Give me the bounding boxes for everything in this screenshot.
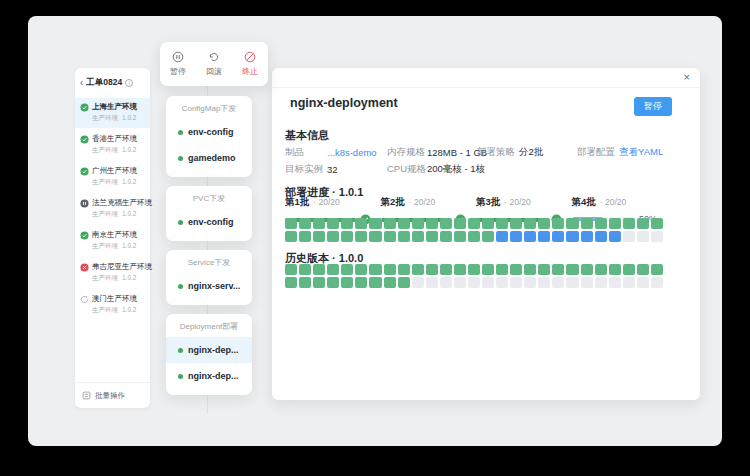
stage-resource-item[interactable]: env-config	[166, 119, 252, 145]
pause-circle-icon	[172, 51, 184, 63]
instance-square	[440, 277, 452, 288]
instance-square	[623, 277, 635, 288]
rollback-label: 回滚	[206, 66, 222, 77]
instance-square	[454, 264, 466, 275]
environment-meta: 生产环境1.0.2	[92, 114, 145, 123]
instance-square	[299, 231, 311, 242]
batch-label: 第3批	[476, 196, 500, 209]
instance-square	[651, 231, 663, 242]
pause-button[interactable]: 暂停	[160, 42, 196, 86]
environment-name: 南京生产环境	[92, 230, 137, 240]
instance-square	[637, 218, 649, 229]
field-label: 制品	[285, 146, 327, 159]
field-label: 目标实例	[285, 163, 327, 176]
sidebar-item-environment[interactable]: 弗吉尼亚生产环境 生产环境1.0.2	[75, 258, 150, 288]
batch-label: 第1批	[285, 196, 309, 209]
instance-square	[412, 218, 424, 229]
instance-square	[355, 277, 367, 288]
instance-square	[510, 218, 522, 229]
environment-meta: 生产环境1.0.2	[92, 210, 145, 219]
status-dot-icon	[178, 220, 183, 225]
instance-square	[496, 218, 508, 229]
terminate-button[interactable]: 终止	[232, 42, 268, 86]
resource-name: env-config	[188, 127, 234, 137]
sidebar-item-environment[interactable]: 香港生产环境 生产环境1.0.2	[75, 130, 150, 160]
instance-square	[355, 231, 367, 242]
instance-square	[341, 218, 353, 229]
batch-label: 第4批	[572, 196, 596, 209]
instance-square	[637, 231, 649, 242]
stage-resource-item[interactable]: gamedemo	[166, 145, 252, 171]
close-icon[interactable]: ×	[684, 71, 690, 83]
instance-square	[369, 264, 381, 275]
batch-operations-label: 批量操作	[95, 391, 125, 401]
instance-square	[384, 218, 396, 229]
environment-name: 澳门生产环境	[92, 294, 137, 304]
environment-sidebar: ‹ 工单0824 i 上海生产环境 生产环境1.0.2 香港生产环境 生产环境1…	[75, 68, 150, 408]
field-value: 200毫核 - 1核	[427, 163, 485, 176]
instance-square	[468, 264, 480, 275]
status-dot-icon	[178, 348, 183, 353]
back-chevron-icon[interactable]: ‹	[80, 78, 83, 88]
stage-resource-item[interactable]: nginx-serv...	[166, 273, 252, 299]
environment-meta: 生产环境1.0.2	[92, 146, 145, 155]
instance-square	[482, 277, 494, 288]
instance-square	[468, 231, 480, 242]
instance-square	[510, 264, 522, 275]
field-value-link[interactable]: 查看YAML	[619, 146, 663, 159]
info-field: 制品 ...k8s-demo	[285, 146, 387, 159]
terminate-label: 终止	[242, 66, 258, 77]
pipeline-stage-card: Service下发 nginx-serv...	[166, 250, 252, 305]
instance-square	[581, 231, 593, 242]
instance-square	[440, 218, 452, 229]
instance-grid-current	[285, 218, 663, 242]
resource-name: nginx-serv...	[188, 281, 240, 291]
field-value-link[interactable]: ...k8s-demo	[327, 147, 377, 158]
stage-resource-item[interactable]: nginx-dep...	[166, 363, 252, 389]
instance-square	[524, 218, 536, 229]
batch-label: 第2批	[381, 196, 405, 209]
instance-square	[426, 277, 438, 288]
instance-square	[285, 218, 297, 229]
resource-name: env-config	[188, 217, 234, 227]
field-label: 部署策略	[477, 146, 519, 159]
instance-square	[369, 218, 381, 229]
sidebar-item-environment[interactable]: 上海生产环境 生产环境1.0.2	[75, 98, 150, 128]
status-success-icon	[80, 103, 89, 112]
instance-square	[384, 277, 396, 288]
instance-square	[369, 231, 381, 242]
instance-square	[651, 277, 663, 288]
instance-square	[341, 277, 353, 288]
info-icon[interactable]: i	[125, 79, 133, 87]
pause-label: 暂停	[170, 66, 186, 77]
instance-square	[552, 218, 564, 229]
rollback-button[interactable]: 回滚	[196, 42, 232, 86]
instance-square	[327, 264, 339, 275]
sidebar-item-environment[interactable]: 广州生产环境 生产环境1.0.2	[75, 162, 150, 192]
instance-square	[538, 218, 550, 229]
instance-square	[566, 277, 578, 288]
status-dot-icon	[178, 130, 183, 135]
sidebar-item-environment[interactable]: 法兰克福生产环境 生产环境1.0.2	[75, 194, 150, 224]
resource-name: gamedemo	[188, 153, 236, 163]
instance-square	[355, 264, 367, 275]
pipeline-stage-card: Deployment部署 nginx-dep... nginx-dep...	[166, 314, 252, 395]
instance-square	[623, 218, 635, 229]
work-order-title: 工单0824	[86, 77, 122, 89]
field-label: 部署配置	[577, 146, 619, 159]
batch-operations-button[interactable]: 批量操作	[75, 382, 150, 408]
sidebar-item-environment[interactable]: 南京生产环境 生产环境1.0.2	[75, 226, 150, 256]
pause-deployment-button[interactable]: 暂停	[634, 97, 672, 116]
instance-square	[623, 264, 635, 275]
instance-square	[426, 231, 438, 242]
sidebar-item-environment[interactable]: 澳门生产环境 生产环境1.0.2	[75, 290, 150, 320]
instance-square	[440, 264, 452, 275]
instance-square	[566, 264, 578, 275]
instance-square	[496, 264, 508, 275]
instance-square	[595, 218, 607, 229]
environment-name: 香港生产环境	[92, 134, 137, 144]
stage-resource-item[interactable]: env-config	[166, 209, 252, 235]
stage-resource-item[interactable]: nginx-dep...	[166, 337, 252, 363]
instance-square	[285, 264, 297, 275]
deployment-title: nginx-deployment	[290, 96, 398, 110]
